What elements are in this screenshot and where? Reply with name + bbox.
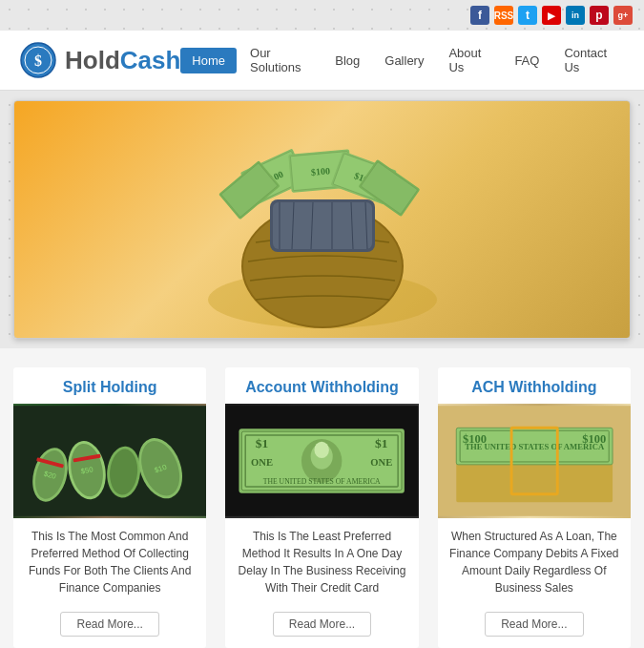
card-3-image: THE UNITED STATES OF AMERICA $100 $100	[438, 404, 631, 518]
nav-contact-us[interactable]: Contact Us	[552, 40, 625, 80]
cards-section: Split Holding $20 $50	[0, 348, 644, 648]
svg-point-47	[315, 442, 329, 458]
card-split-holding: Split Holding $20 $50	[13, 367, 206, 648]
card-3-read-more[interactable]: Read More...	[485, 612, 583, 637]
nav-our-solutions[interactable]: Our Solutions	[239, 40, 322, 80]
money-bag-svg: $100 $100 $100	[170, 109, 475, 338]
card-3-title: ACH Withholding	[438, 367, 631, 404]
card-1-read-more[interactable]: Read More...	[60, 612, 158, 637]
svg-text:$100: $100	[310, 165, 330, 178]
svg-text:$1: $1	[256, 436, 269, 450]
svg-text:$1: $1	[375, 436, 388, 450]
card-2-text: This Is The Least Preferred Method It Re…	[225, 518, 418, 604]
card-account-withholding: Account Withholding ONE ONE	[225, 367, 418, 648]
svg-text:$100: $100	[582, 432, 606, 446]
nav-gallery[interactable]: Gallery	[373, 48, 435, 73]
svg-text:$100: $100	[463, 432, 487, 446]
logo-text: HoldCash	[65, 46, 180, 75]
card-3-text: When Structured As A Loan, The Finance C…	[438, 518, 631, 604]
social-bar: f RSS t ▶ in p g+	[0, 0, 644, 31]
card-2-title: Account Withholding	[225, 367, 418, 404]
youtube-icon[interactable]: ▶	[542, 6, 561, 25]
nav-faq[interactable]: FAQ	[503, 48, 551, 73]
svg-text:ONE: ONE	[251, 457, 273, 468]
header: $ HoldCash Home Our Solutions Blog Galle…	[0, 31, 644, 91]
svg-rect-7	[273, 202, 372, 249]
google-plus-icon[interactable]: g+	[613, 6, 633, 25]
facebook-icon[interactable]: f	[470, 6, 489, 25]
logo-icon: $	[19, 41, 57, 79]
card-1-text: This Is The Most Common And Preferred Me…	[13, 518, 206, 604]
nav-home[interactable]: Home	[180, 48, 237, 73]
svg-text:$: $	[34, 52, 42, 69]
twitter-icon[interactable]: t	[518, 6, 537, 25]
nav-blog[interactable]: Blog	[323, 48, 371, 73]
card-2-read-more[interactable]: Read More...	[273, 612, 371, 637]
card-1-title: Split Holding	[13, 367, 206, 404]
logo[interactable]: $ HoldCash	[19, 41, 180, 79]
main-nav: Home Our Solutions Blog Gallery About Us…	[180, 40, 625, 80]
svg-text:THE UNITED STATES OF AMERICA: THE UNITED STATES OF AMERICA	[263, 477, 381, 486]
card-ach-withholding: ACH Withholding THE	[438, 367, 631, 648]
nav-about-us[interactable]: About Us	[437, 40, 501, 80]
cards-grid: Split Holding $20 $50	[13, 367, 631, 648]
hero-banner: $100 $100 $100	[13, 100, 631, 339]
linkedin-icon[interactable]: in	[566, 6, 585, 25]
pinterest-icon[interactable]: p	[590, 6, 609, 25]
card-1-image: $20 $50 $10	[13, 404, 206, 518]
svg-text:ONE: ONE	[371, 457, 393, 468]
hero-content: $100 $100 $100	[14, 101, 630, 338]
rss-icon[interactable]: RSS	[494, 6, 513, 25]
card-2-image: ONE ONE THE UNITED STATES OF AMERICA $1 …	[225, 404, 418, 518]
